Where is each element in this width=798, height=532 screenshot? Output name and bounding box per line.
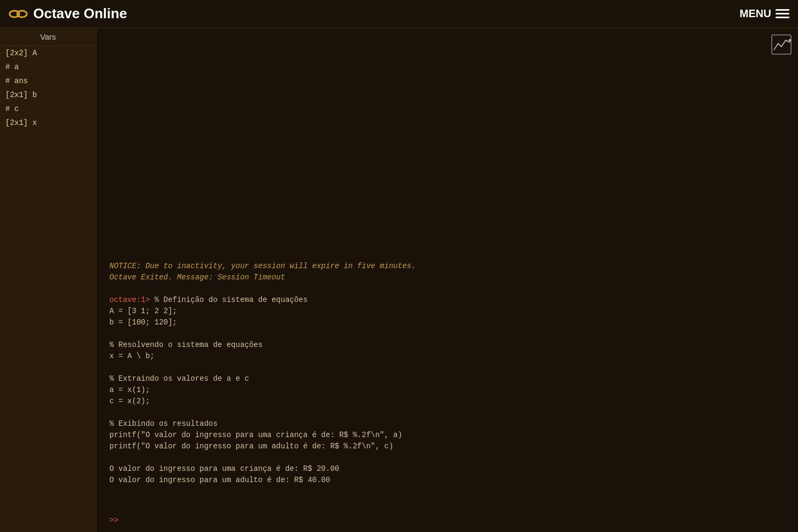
var-item[interactable]: # ans <box>0 74 96 88</box>
var-item[interactable]: # c <box>0 102 96 116</box>
main-layout: Vars [2x2] A # a # ans [2x1] b # c [2x1]… <box>0 28 798 532</box>
var-item[interactable]: [2x2] A <box>0 46 96 60</box>
app-title: Octave Online <box>33 5 127 22</box>
plot-icon[interactable] <box>768 31 795 58</box>
terminal-input-line: >> <box>97 508 798 532</box>
terminal-input[interactable] <box>121 516 785 524</box>
notice-line1: NOTICE: Due to inactivity, your session … <box>109 262 416 282</box>
terminal-content: NOTICE: Due to inactivity, your session … <box>109 249 785 508</box>
command-prompt: octave:1> <box>109 295 150 304</box>
var-item[interactable]: [2x1] x <box>0 116 96 130</box>
sidebar: Vars [2x2] A # a # ans [2x1] b # c [2x1]… <box>0 28 97 532</box>
terminal-output: NOTICE: Due to inactivity, your session … <box>97 28 798 508</box>
command-input: % Definição do sistema de equações A = [… <box>109 295 402 484</box>
menu-label: MENU <box>740 8 771 20</box>
var-item[interactable]: [2x1] b <box>0 88 96 102</box>
header-left: Octave Online <box>9 4 127 24</box>
menu-icon <box>775 9 789 18</box>
terminal-container: NOTICE: Due to inactivity, your session … <box>97 28 798 532</box>
app-header: Octave Online MENU <box>0 0 798 28</box>
var-item[interactable]: # a <box>0 60 96 74</box>
logo-icon <box>9 4 28 24</box>
svg-point-3 <box>789 39 792 42</box>
input-prompt: >> <box>109 516 119 524</box>
vars-header: Vars <box>0 28 96 46</box>
menu-button[interactable]: MENU <box>740 8 789 20</box>
svg-rect-2 <box>772 35 791 54</box>
